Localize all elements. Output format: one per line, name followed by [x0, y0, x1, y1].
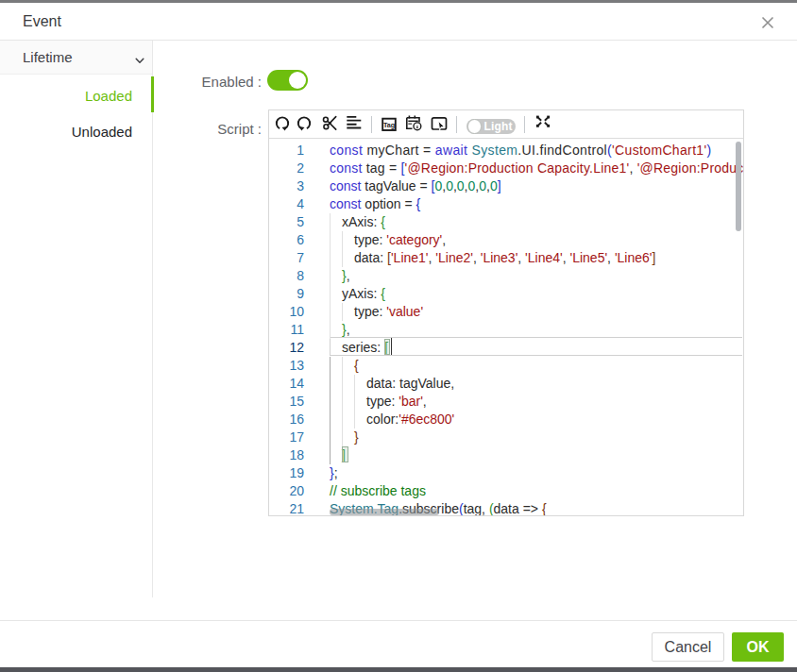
svg-text:Tag: Tag: [383, 121, 395, 129]
